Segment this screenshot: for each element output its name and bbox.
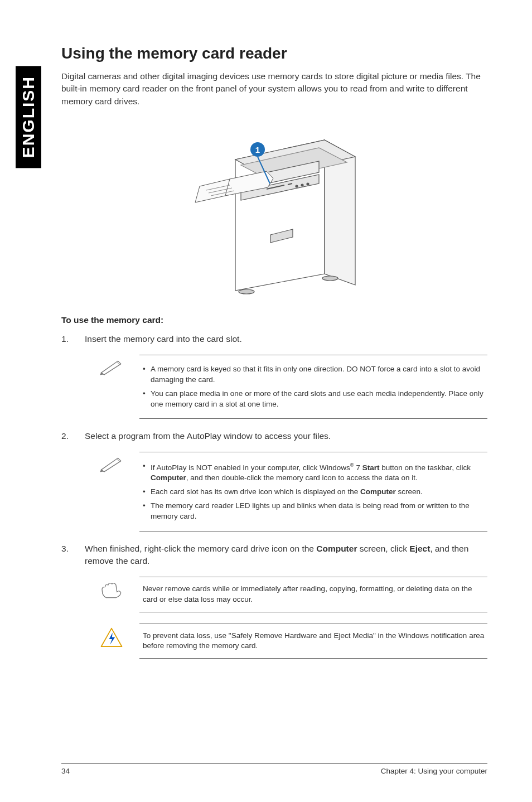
svg-point-10 [307,183,309,185]
svg-marker-15 [195,179,230,202]
step-2: Select a program from the AutoPlay windo… [61,430,487,442]
svg-point-13 [322,276,338,281]
computer-tower-illustration: 1 [129,118,419,302]
svg-point-9 [301,184,303,186]
step-3: When finished, right-click the memory ca… [61,543,487,568]
note3-text: Never remove cards while or immediately … [142,584,485,605]
procedure-list-cont: Select a program from the AutoPlay windo… [61,430,487,442]
callout-number: 1 [255,145,260,154]
chapter-title: Chapter 4: Using your computer [381,767,487,775]
step-1: Insert the memory card into the card slo… [61,333,487,345]
hand-caution-icon [99,577,133,602]
computer-card-slot-figure: 1 [129,118,419,302]
note-block-1: A memory card is keyed so that it fits i… [99,355,487,419]
note1-item2: You can place media in one or more of th… [142,389,485,410]
note-block-4: To prevent data loss, use "Safely Remove… [99,624,487,659]
page-number: 34 [61,767,70,775]
note4-text: To prevent data loss, use "Safely Remove… [142,631,485,652]
pencil-note-icon [99,452,133,475]
intro-paragraph: Digital cameras and other digital imagin… [61,70,487,108]
lightning-warning-icon [99,624,133,651]
svg-point-8 [296,185,298,187]
note1-item1: A memory card is keyed so that it fits i… [142,364,485,385]
side-language-tab: ENGLISH [16,66,41,168]
note2-item2: Each card slot has its own drive icon wh… [142,487,485,497]
note-block-3: Never remove cards while or immediately … [99,577,487,612]
note2-item3: The memory card reader LED lights up and… [142,501,485,522]
note-block-2: If AutoPlay is NOT enabled in your compu… [99,452,487,532]
procedure-heading: To use the memory card: [61,315,487,325]
procedure-list-cont2: When finished, right-click the memory ca… [61,543,487,568]
pencil-note-icon [99,355,133,378]
svg-point-12 [239,289,254,294]
note2-item1: If AutoPlay is NOT enabled in your compu… [142,461,485,484]
page-footer: 34 Chapter 4: Using your computer [61,763,487,775]
procedure-list: Insert the memory card into the card slo… [61,333,487,345]
page-title: Using the memory card reader [61,45,487,62]
